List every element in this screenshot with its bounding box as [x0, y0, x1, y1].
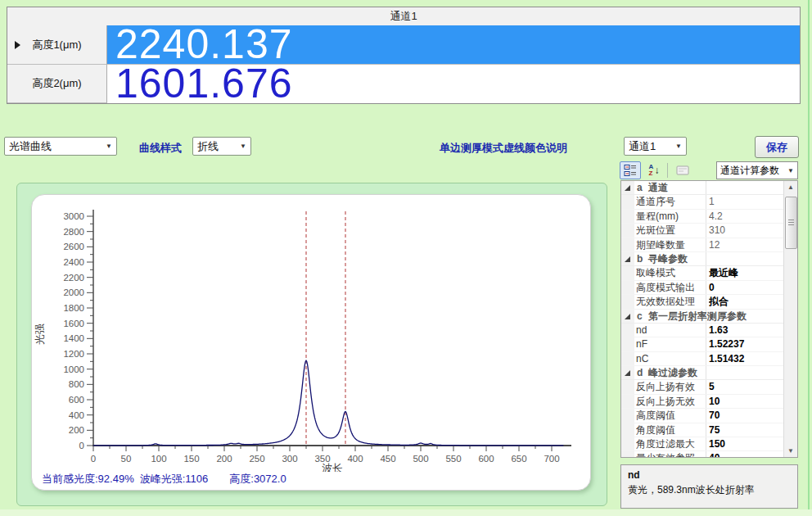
chevron-down-icon: ▼: [101, 143, 112, 150]
table-row[interactable]: 高度2(μm) 1601.676: [7, 65, 800, 103]
property-description-box: nd 黄光，589.3nm波长处折射率: [620, 464, 798, 509]
property-value[interactable]: 10: [709, 395, 783, 409]
property-value[interactable]: 0: [709, 281, 783, 295]
row-header-height2[interactable]: 高度2(μm): [7, 65, 107, 103]
curve-type-combo[interactable]: 光谱曲线 ▼: [4, 137, 117, 156]
categorized-view-button[interactable]: [620, 161, 641, 179]
property-value[interactable]: 150: [709, 437, 783, 451]
scroll-down-icon[interactable]: ▼: [784, 445, 797, 457]
property-value[interactable]: 5: [709, 380, 783, 394]
svg-text:200: 200: [69, 425, 84, 435]
combo-value: 光谱曲线: [9, 139, 52, 154]
curve-style-combo[interactable]: 折线 ▼: [192, 137, 251, 156]
chevron-down-icon: ▼: [235, 143, 246, 150]
property-row[interactable]: 期望峰数量12: [621, 238, 783, 252]
property-row[interactable]: 通道序号1: [621, 195, 783, 209]
chevron-down-icon: ▼: [787, 167, 794, 174]
property-row[interactable]: 高度模式输出0: [621, 281, 783, 295]
property-value[interactable]: 1: [709, 195, 783, 209]
categorized-icon: [624, 165, 637, 176]
property-value[interactable]: 70: [709, 409, 783, 423]
parameter-view-combo[interactable]: 通道计算参数 ▼: [716, 161, 798, 179]
property-row[interactable]: nF1.52237: [621, 337, 783, 351]
property-row[interactable]: 量程(mm)4.2: [621, 210, 783, 224]
svg-text:450: 450: [380, 454, 395, 464]
property-category-row[interactable]: d峰过滤参数: [621, 366, 783, 380]
property-name: nd: [636, 324, 705, 337]
property-value[interactable]: 1.63: [709, 324, 783, 337]
property-value[interactable]: 拟合: [709, 295, 783, 309]
y-axis-ticks: 0200400600800100012001400160018002000220…: [63, 211, 93, 450]
property-name: 无效数据处理: [636, 295, 705, 309]
combo-value: 通道计算参数: [720, 164, 779, 178]
svg-text:2600: 2600: [63, 242, 84, 251]
row-label: 高度1(μm): [32, 38, 81, 52]
height-readout: 高度:3072.0: [229, 472, 286, 487]
property-grid: a通道通道序号1量程(mm)4.2光斑位置310期望峰数量12b寻峰参数取峰模式…: [620, 180, 798, 458]
table-row[interactable]: 高度1(μm) 2240.137: [7, 25, 800, 65]
property-name: 高度阈值: [636, 409, 705, 423]
svg-text:600: 600: [69, 395, 84, 405]
svg-text:700: 700: [544, 454, 559, 464]
panel-edge-divider: [808, 0, 810, 516]
height2-value[interactable]: 1601.676: [107, 65, 800, 103]
row-header-height1[interactable]: 高度1(μm): [7, 25, 107, 65]
svg-text:100: 100: [151, 454, 166, 464]
spectrum-curve: [93, 360, 563, 446]
dashed-line-legend-link[interactable]: 单边测厚模式虚线颜色说明: [440, 141, 567, 156]
property-category-row[interactable]: c第一层折射率测厚参数: [621, 310, 783, 324]
property-row[interactable]: 无效数据处理拟合: [621, 295, 783, 309]
property-name: 高度模式输出: [636, 281, 705, 295]
channel-combo[interactable]: 通道1 ▼: [624, 137, 687, 156]
property-value[interactable]: 最近峰: [709, 266, 783, 280]
svg-text:1000: 1000: [63, 364, 84, 374]
property-category-row[interactable]: a通道: [621, 181, 783, 195]
scroll-up-icon[interactable]: ▲: [784, 181, 797, 193]
save-button[interactable]: 保存: [755, 136, 799, 158]
property-row[interactable]: 反向上扬有效5: [621, 380, 783, 394]
property-description-title: nd: [628, 469, 791, 481]
x-axis-label: 波长: [322, 462, 343, 472]
sort-alphabetical-icon: AZ ↓: [649, 164, 660, 177]
property-value[interactable]: 1.52237: [709, 337, 783, 351]
peak-marker-lines: [306, 211, 345, 446]
property-row[interactable]: 最少有效参照40: [621, 451, 783, 457]
property-row[interactable]: 角度阈值75: [621, 423, 783, 437]
height1-value[interactable]: 2240.137: [107, 25, 800, 65]
property-name: nC: [636, 352, 705, 366]
property-name: 角度过滤最大: [636, 437, 705, 451]
category-label: 峰过滤参数: [648, 366, 697, 380]
spectrum-chart-card: 0200400600800100012001400160018002000220…: [31, 194, 591, 491]
svg-text:50: 50: [121, 454, 132, 464]
property-value[interactable]: 12: [709, 238, 783, 252]
property-row[interactable]: nd1.63: [621, 324, 783, 337]
property-row[interactable]: 高度阈值70: [621, 409, 783, 423]
bottom-strip: [0, 509, 812, 516]
property-row[interactable]: 角度过滤最大150: [621, 437, 783, 451]
property-category-row[interactable]: b寻峰参数: [621, 252, 783, 266]
property-grid-scrollbar[interactable]: ▲ ▼: [783, 181, 797, 457]
combo-value: 折线: [197, 139, 219, 154]
row-label: 高度2(μm): [32, 76, 81, 91]
property-description-text: 黄光，589.3nm波长处折射率: [628, 483, 791, 497]
scrollbar-thumb[interactable]: [785, 197, 797, 249]
property-name: 取峰模式: [636, 266, 705, 280]
svg-text:150: 150: [183, 454, 199, 464]
category-key: b: [637, 252, 643, 266]
property-row[interactable]: 光斑位置310: [621, 224, 783, 238]
svg-text:0: 0: [79, 441, 84, 450]
property-value[interactable]: 75: [709, 423, 783, 437]
property-row[interactable]: 反向上扬无效10: [621, 395, 783, 409]
property-value[interactable]: 40: [709, 451, 783, 457]
property-row[interactable]: nC1.51432: [621, 352, 783, 366]
chevron-down-icon: ▼: [670, 143, 682, 150]
property-value[interactable]: 310: [709, 224, 783, 238]
alphabetical-sort-button[interactable]: AZ ↓: [643, 161, 665, 179]
property-value[interactable]: 1.51432: [709, 352, 783, 366]
svg-text:200: 200: [216, 454, 232, 464]
spectrum-chart: 0200400600800100012001400160018002000220…: [32, 197, 592, 472]
property-row[interactable]: 取峰模式最近峰: [621, 266, 783, 280]
svg-text:2400: 2400: [63, 257, 84, 267]
property-value[interactable]: 4.2: [709, 210, 783, 224]
svg-text:300: 300: [282, 454, 297, 464]
